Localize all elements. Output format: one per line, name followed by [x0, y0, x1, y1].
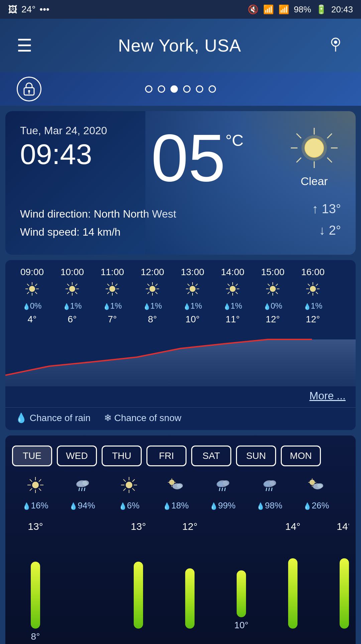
- dot-3[interactable]: [170, 85, 178, 93]
- hour-icon: [105, 281, 120, 299]
- svg-line-100: [79, 488, 80, 491]
- svg-line-22: [27, 292, 29, 294]
- snow-legend-icon: ❄: [104, 413, 112, 423]
- svg-line-12: [296, 158, 301, 162]
- hour-col-1: 10:00 💧1%: [52, 267, 92, 314]
- svg-marker-87: [5, 339, 356, 386]
- day-rain-pct: 💧94%: [69, 500, 95, 511]
- svg-point-32: [69, 286, 75, 292]
- menu-button[interactable]: ☰: [17, 35, 32, 56]
- dot-6[interactable]: [209, 85, 216, 93]
- dot-1[interactable]: [145, 85, 152, 93]
- svg-line-130: [271, 488, 272, 491]
- more-link[interactable]: More ...: [5, 386, 356, 407]
- hourly-temp-2: 7°: [92, 314, 132, 325]
- location-button[interactable]: [327, 35, 344, 56]
- day-icon: [214, 476, 231, 498]
- svg-line-58: [188, 292, 190, 294]
- page-dots: [145, 85, 216, 93]
- day-rain-pct: 💧26%: [303, 500, 329, 511]
- svg-line-57: [196, 284, 198, 286]
- rain-pct: 💧1%: [143, 301, 162, 311]
- dot-2[interactable]: [158, 85, 165, 93]
- hour-icon: [65, 281, 80, 299]
- svg-line-31: [67, 292, 69, 294]
- hourly-temp-5: 11°: [213, 314, 253, 325]
- bar-container: [237, 524, 246, 617]
- svg-point-111: [126, 482, 132, 488]
- svg-point-86: [310, 286, 316, 292]
- day-tab-wed[interactable]: WED: [57, 446, 97, 466]
- svg-line-19: [27, 284, 29, 286]
- temp-bar: [340, 558, 349, 629]
- svg-line-85: [308, 292, 310, 294]
- hour-time: 12:00: [141, 267, 164, 277]
- dot-4[interactable]: [183, 85, 191, 93]
- day-icon: [308, 476, 325, 498]
- svg-line-108: [132, 488, 135, 491]
- svg-line-122: [219, 488, 220, 491]
- day-tab-mon[interactable]: MON: [281, 446, 321, 466]
- day-icon: [74, 476, 91, 498]
- day-col-sat: 💧99%: [199, 476, 246, 514]
- svg-line-66: [236, 284, 238, 286]
- svg-point-118: [177, 483, 183, 488]
- hour-col-0: 09:00 💧0%: [12, 267, 52, 314]
- main-weather-card: Tue, Mar 24, 2020 09:43 05°C: [5, 111, 356, 255]
- svg-point-96: [32, 482, 39, 488]
- svg-point-14: [302, 135, 327, 161]
- hour-time: 10:00: [61, 267, 84, 277]
- day-tab-fri[interactable]: FRI: [146, 446, 187, 466]
- temp-bar: [288, 558, 297, 629]
- page-indicators: [0, 72, 361, 106]
- svg-point-50: [149, 286, 155, 292]
- status-bar-right: 🔇 📶 📶 98% 🔋 20:43: [248, 4, 353, 15]
- temp-chart: [5, 326, 356, 386]
- svg-line-30: [75, 284, 77, 286]
- hour-time: 16:00: [301, 267, 325, 277]
- svg-line-10: [327, 158, 332, 162]
- battery-pct: 98%: [294, 4, 311, 15]
- temp-unit: °C: [225, 131, 243, 150]
- rain-pct: 💧0%: [23, 301, 42, 311]
- bar-col-wed: [64, 521, 110, 642]
- daily-row: 💧16% 💧94% 💧6% 💧18% 💧99% 💧98% 💧26%: [12, 476, 349, 514]
- rain-legend: 💧 Chance of rain: [15, 412, 91, 423]
- svg-point-23: [29, 286, 35, 292]
- bar-col-sun: 14°: [269, 521, 316, 642]
- day-tab-tue[interactable]: TUE: [12, 446, 52, 466]
- svg-line-109: [132, 479, 135, 482]
- svg-line-92: [30, 479, 32, 482]
- svg-line-9: [296, 134, 301, 138]
- svg-line-20: [35, 292, 37, 294]
- svg-line-64: [228, 284, 230, 286]
- svg-line-47: [155, 292, 157, 294]
- hourly-scroll[interactable]: 09:00 💧0% 10:00: [5, 267, 356, 314]
- hourly-section: 09:00 💧0% 10:00: [5, 260, 356, 430]
- rain-pct: 💧1%: [223, 301, 242, 311]
- hour-icon: [25, 281, 39, 299]
- svg-line-11: [327, 134, 332, 138]
- svg-line-124: [225, 488, 225, 491]
- dot-5[interactable]: [196, 85, 203, 93]
- weather-condition: Clear: [287, 175, 341, 188]
- svg-point-3: [28, 90, 30, 92]
- bar-container: [288, 535, 297, 629]
- svg-point-98: [82, 480, 89, 486]
- svg-line-107: [123, 479, 126, 482]
- rain-pct: 💧1%: [103, 301, 122, 311]
- day-tab-thu[interactable]: THU: [102, 446, 142, 466]
- day-tab-sun[interactable]: SUN: [236, 446, 276, 466]
- svg-point-121: [217, 482, 223, 487]
- battery-icon: 🔋: [316, 4, 327, 15]
- svg-line-40: [107, 292, 109, 294]
- svg-line-29: [75, 292, 77, 294]
- status-bar-left: 🖼 24° •••: [8, 4, 49, 15]
- max-temp: 14°: [285, 521, 300, 532]
- temp-bar: [237, 570, 246, 617]
- snow-legend: ❄ Chance of snow: [104, 412, 182, 423]
- day-tab-sat[interactable]: SAT: [191, 446, 231, 466]
- svg-line-94: [39, 479, 41, 482]
- hourly-temp-6: 12°: [253, 314, 293, 325]
- hourly-temp-0: 4°: [12, 314, 52, 325]
